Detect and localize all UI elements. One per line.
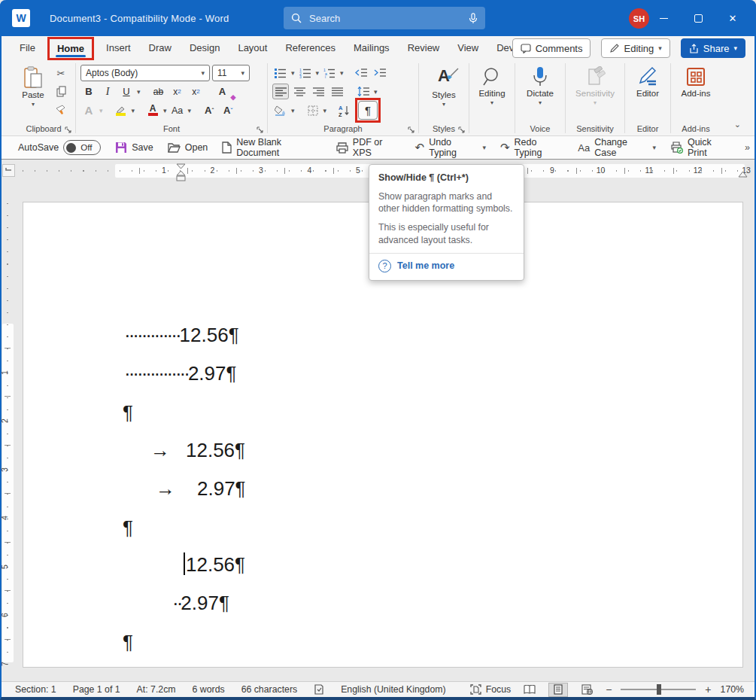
zoom-slider[interactable] xyxy=(621,689,696,690)
autosave-control[interactable]: AutoSave Off xyxy=(14,138,105,157)
line-spacing-button[interactable] xyxy=(355,84,372,99)
zoom-out-button[interactable]: − xyxy=(606,683,612,695)
dictate-button[interactable]: Dictate ▾ xyxy=(520,64,560,122)
comments-button[interactable]: Comments xyxy=(512,38,591,58)
superscript-button[interactable]: x2 xyxy=(188,84,205,99)
tab-references[interactable]: References xyxy=(276,36,344,60)
tab-mailings[interactable]: Mailings xyxy=(345,36,399,60)
quick-print-button[interactable]: Quick Print xyxy=(666,138,735,157)
redo-button[interactable]: ↷ Redo Typing xyxy=(496,138,568,157)
tab-design[interactable]: Design xyxy=(181,36,229,60)
borders-button[interactable] xyxy=(305,102,321,118)
zoom-percentage[interactable]: 170% xyxy=(721,684,744,695)
language-indicator[interactable]: English (United Kingdom) xyxy=(341,684,445,695)
addins-button[interactable]: Add-ins xyxy=(676,64,716,122)
indent-markers[interactable] xyxy=(176,163,186,181)
minimize-button[interactable] xyxy=(646,0,681,36)
styles-button[interactable]: A Styles ▾ xyxy=(424,64,464,122)
text-effects-button[interactable]: A xyxy=(80,102,97,118)
tab-insert[interactable]: Insert xyxy=(97,36,140,60)
tab-draw[interactable]: Draw xyxy=(140,36,181,60)
paragraph-dialog-launcher[interactable] xyxy=(408,126,414,133)
tell-me-more-link[interactable]: ? Tell me more xyxy=(378,254,515,280)
bullets-button[interactable] xyxy=(272,65,289,81)
multilevel-list-button[interactable]: 1ai xyxy=(321,65,338,81)
underline-button[interactable]: U xyxy=(118,84,135,99)
show-hide-paragraph-button[interactable]: ¶ xyxy=(358,101,378,120)
chevron-down-icon[interactable]: ▾ xyxy=(291,69,295,77)
cut-button[interactable]: ✂ xyxy=(53,65,69,81)
cursor-position-indicator[interactable]: At: 7.2cm xyxy=(137,684,176,695)
subscript-button[interactable]: x2 xyxy=(169,84,186,99)
right-indent-marker[interactable] xyxy=(738,171,748,178)
word-count[interactable]: 6 words xyxy=(193,684,225,695)
highlight-color-button[interactable] xyxy=(113,102,129,118)
chevron-down-icon[interactable]: ▾ xyxy=(482,144,486,151)
character-count[interactable]: 66 characters xyxy=(241,684,298,695)
chevron-down-icon[interactable]: ▾ xyxy=(316,69,320,77)
save-button[interactable]: Save xyxy=(111,138,158,157)
underline-chevron-icon[interactable]: ▾ xyxy=(137,88,141,96)
chevron-down-icon[interactable]: ▾ xyxy=(374,88,378,96)
word-app-icon[interactable]: W xyxy=(12,9,30,27)
align-right-button[interactable] xyxy=(310,84,326,99)
zoom-in-button[interactable]: + xyxy=(705,683,711,695)
tab-file[interactable]: File xyxy=(11,36,44,60)
tab-review[interactable]: Review xyxy=(399,36,449,60)
chevron-down-icon[interactable]: ▾ xyxy=(291,107,295,114)
change-case-button[interactable]: Aa Change Case ▾ xyxy=(573,138,660,157)
chevron-down-icon[interactable]: ▾ xyxy=(188,107,192,114)
close-button[interactable]: ✕ xyxy=(715,0,750,36)
sort-button[interactable]: AZ xyxy=(336,102,353,118)
justify-button[interactable] xyxy=(329,84,345,99)
undo-button[interactable]: ↶ Undo Typing ▾ xyxy=(411,138,490,157)
font-name-combo[interactable]: Aptos (Body) ▾ xyxy=(80,65,210,81)
chevron-down-icon[interactable]: ▾ xyxy=(163,107,167,114)
collapse-ribbon-chevron-icon[interactable]: ⌄ xyxy=(734,120,741,129)
chevron-down-icon[interactable]: ▾ xyxy=(340,69,344,77)
font-size-combo[interactable]: 11 ▾ xyxy=(212,65,250,81)
section-indicator[interactable]: Section: 1 xyxy=(15,684,56,695)
share-button[interactable]: Share ▾ xyxy=(681,38,745,58)
paste-button[interactable]: Paste ▾ xyxy=(18,64,48,122)
search-box[interactable]: Search xyxy=(284,7,485,29)
styles-dialog-launcher[interactable] xyxy=(458,126,465,133)
shading-button[interactable] xyxy=(272,102,289,118)
qat-overflow-button[interactable]: » xyxy=(740,138,754,157)
change-case-button[interactable]: Aa xyxy=(169,102,186,118)
font-color-button[interactable]: A xyxy=(144,102,161,118)
shrink-font-button[interactable]: Aˇ xyxy=(220,102,236,118)
zoom-slider-thumb[interactable] xyxy=(657,684,661,695)
tab-view[interactable]: View xyxy=(448,36,487,60)
clipboard-dialog-launcher[interactable] xyxy=(65,126,71,133)
tab-layout[interactable]: Layout xyxy=(229,36,276,60)
increase-indent-button[interactable] xyxy=(372,65,389,81)
chevron-down-icon[interactable]: ▾ xyxy=(323,107,327,114)
new-blank-document-button[interactable]: New Blank Document xyxy=(217,138,326,157)
tab-stop-selector[interactable] xyxy=(2,164,15,177)
format-painter-button[interactable] xyxy=(53,102,69,117)
print-layout-button[interactable] xyxy=(548,683,568,697)
align-center-button[interactable] xyxy=(291,84,308,99)
focus-mode-button[interactable]: Focus xyxy=(470,684,512,695)
tab-home[interactable]: Home xyxy=(47,37,94,60)
chevron-down-icon[interactable]: ▾ xyxy=(132,107,135,114)
read-mode-button[interactable] xyxy=(520,683,539,697)
strikethrough-button[interactable]: ab xyxy=(150,84,167,99)
maximize-button[interactable] xyxy=(681,0,715,36)
open-button[interactable]: Open xyxy=(163,138,213,157)
proofing-status[interactable] xyxy=(314,684,324,695)
editing-mode-dropdown[interactable]: Editing ▾ xyxy=(601,38,669,58)
bold-button[interactable]: B xyxy=(80,84,97,99)
web-layout-button[interactable] xyxy=(577,683,597,697)
editing-button[interactable]: Editing ▾ xyxy=(472,64,512,122)
align-left-button[interactable] xyxy=(272,84,289,99)
font-dialog-launcher[interactable] xyxy=(257,126,263,133)
copy-button[interactable] xyxy=(53,84,69,99)
decrease-indent-button[interactable] xyxy=(354,65,370,81)
autosave-toggle[interactable]: Off xyxy=(63,140,101,155)
editor-button[interactable]: Editor xyxy=(627,64,668,122)
clear-formatting-button[interactable]: A◆ xyxy=(214,84,231,99)
grow-font-button[interactable]: Aˆ xyxy=(201,102,217,118)
dictation-mic-icon[interactable] xyxy=(469,13,478,24)
